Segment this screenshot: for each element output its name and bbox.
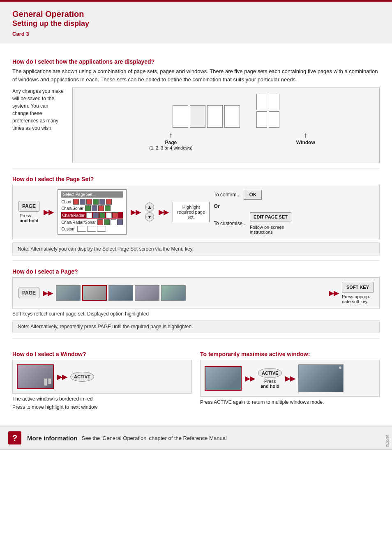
- or-label: Or: [214, 203, 291, 209]
- screen-max-before-inner: [205, 367, 241, 390]
- page-box-3: [207, 105, 223, 128]
- page-boxes-row: [173, 105, 240, 128]
- page-note: Note: Alternatively, repeatedly press PA…: [12, 320, 380, 333]
- confirm-row: To confirm... OK: [214, 190, 291, 200]
- sps-icons-chart: [73, 199, 112, 205]
- page-sel-button[interactable]: PAGE: [18, 288, 39, 298]
- window-desc2: Press to move highlight to next window: [12, 404, 192, 410]
- ok-button[interactable]: OK: [244, 190, 262, 200]
- nav-down[interactable]: ▼: [145, 212, 154, 221]
- press-soft-key: Press approp- riate soft key: [342, 294, 374, 304]
- more-info-text: See the 'General Operation' chapter of t…: [82, 435, 227, 441]
- page-sel-description: Soft keys reflect current page set. Disp…: [12, 311, 380, 317]
- sps-row-chartradar-active: Chart/Radar: [61, 212, 123, 219]
- divider-2: [12, 260, 380, 261]
- question-mark: ?: [8, 431, 21, 444]
- edit-page-set-button[interactable]: EDIT PAGE SET: [250, 212, 291, 221]
- screen-dot: [339, 366, 341, 369]
- page-display-wrapper: Any changes you make will be saved to th…: [12, 88, 380, 163]
- card-label: Card 3: [12, 31, 380, 37]
- page-icon-img-1: [56, 286, 80, 300]
- sps-icon: [80, 199, 85, 205]
- to-confirm-label: To confirm...: [214, 192, 240, 198]
- window-arrow-group: ↑ Window: [296, 131, 315, 150]
- sps-icon: [111, 219, 116, 225]
- press-label: Press and hold: [20, 213, 39, 223]
- window-col-right: [269, 94, 279, 128]
- section-page-set: How do I select the Page Set? PAGE Press…: [12, 176, 380, 256]
- sps-icon: [113, 212, 118, 218]
- arrow-to-soft: ▶▶: [329, 289, 339, 297]
- sps-icon: [104, 219, 110, 225]
- col-window-select: How do I select a Window? ▶▶ A: [12, 343, 192, 410]
- divider-3: [12, 338, 380, 339]
- follow-instructions: Follow on-screen instructions: [250, 225, 291, 235]
- arrow-window-active: ▶▶: [57, 373, 67, 381]
- arrow-to-confirm: ▶▶: [159, 208, 168, 216]
- nav-arrows-group: ▲ ▼: [145, 203, 154, 221]
- page-sel-diagram: PAGE ▶▶: [12, 277, 380, 309]
- sps-icon: [85, 205, 91, 211]
- sps-row-custom: Custom: [61, 226, 123, 232]
- page-icon-img-3: [109, 286, 133, 300]
- bottom-bar-content: More information See the 'General Operat…: [27, 435, 384, 442]
- page-set-note: Note: Alternatively you can display the …: [12, 242, 380, 256]
- section-page-heading: How do I select a Page?: [12, 268, 380, 275]
- section-maximise-heading: To temporarily maximise active window:: [200, 351, 380, 357]
- nav-up[interactable]: ▲: [145, 203, 154, 212]
- section-display-body: The applications are shown using a combi…: [12, 67, 380, 83]
- section-window: How do I select a Window? ▶▶ A: [12, 343, 380, 410]
- sps-custom-box: [77, 226, 86, 232]
- maximise-note: Press ACTIVE again to return to multiple…: [200, 399, 380, 405]
- active-button[interactable]: ACTIVE: [70, 372, 94, 382]
- highlight-text: Highlight required page set.: [177, 205, 205, 219]
- window-desc1: The active window is bordered in red: [12, 396, 192, 402]
- page-label: Page: [165, 140, 177, 145]
- sps-row-chartradarsona: Chart/Radar/Sonar: [61, 219, 123, 225]
- page-display-diagram: ↑ Page (1, 2, 3 or 4 windows) ↑ Window: [72, 88, 380, 163]
- page-icon-3: [108, 285, 133, 301]
- sps-icon: [106, 212, 112, 218]
- page-sublabel: (1, 2, 3 or 4 windows): [149, 145, 192, 150]
- highlight-box: Highlight required page set.: [173, 202, 210, 222]
- page-button[interactable]: PAGE: [18, 201, 39, 212]
- page-icon-img-4: [135, 286, 159, 300]
- soft-key-label[interactable]: SOFT KEY: [342, 282, 374, 292]
- sps-icon: [117, 219, 123, 225]
- sps-icon: [99, 199, 105, 205]
- sps-icon: [93, 212, 99, 218]
- meter2: [48, 378, 51, 384]
- window-box-4: [269, 111, 279, 128]
- screen-maximised: [298, 364, 344, 392]
- arrow-to-highlight: ▶▶: [131, 208, 141, 216]
- sps-icon: [99, 212, 105, 218]
- sps-icons-cr: [86, 212, 118, 218]
- sps-icon: [98, 205, 104, 211]
- window-boxes-row: [256, 94, 279, 128]
- sps-custom-box: [87, 226, 96, 232]
- maximise-diagram: ▶▶ ACTIVE Press and hold ▶▶: [200, 360, 380, 397]
- pages-group: [173, 105, 240, 128]
- section-display-heading: How do I select how the applications are…: [12, 58, 380, 65]
- window-box-3: [269, 94, 279, 110]
- screen-active-meters: [44, 378, 51, 386]
- sps-custom-icons: [77, 226, 106, 232]
- screen-active-inner: [18, 365, 53, 388]
- arrow-max-result: ▶▶: [285, 375, 295, 382]
- window-box-2: [256, 111, 267, 128]
- customise-row: To customise... EDIT PAGE SET Follow on-…: [214, 212, 291, 235]
- sps-icons-cs: [85, 205, 111, 211]
- section-page-set-heading: How do I select the Page Set?: [12, 176, 380, 182]
- active-button-max[interactable]: ACTIVE: [258, 368, 282, 378]
- main-content: How do I select how the applications are…: [0, 44, 392, 417]
- sps-icon: [86, 212, 92, 218]
- window-box-1: [256, 94, 267, 110]
- sps-row-chart: Chart: [61, 199, 123, 205]
- bottom-bar: ? More information See the 'General Oper…: [0, 426, 392, 450]
- select-page-set-box: Select Page Set... Chart: [58, 189, 127, 235]
- section-window-heading: How do I select a Window?: [12, 351, 192, 357]
- diagram-inner: [77, 94, 375, 128]
- sps-icon: [97, 219, 103, 225]
- soft-key-group: SOFT KEY Press approp- riate soft key: [342, 282, 374, 304]
- sps-row-chartsonar: Chart/Sonar: [61, 205, 123, 211]
